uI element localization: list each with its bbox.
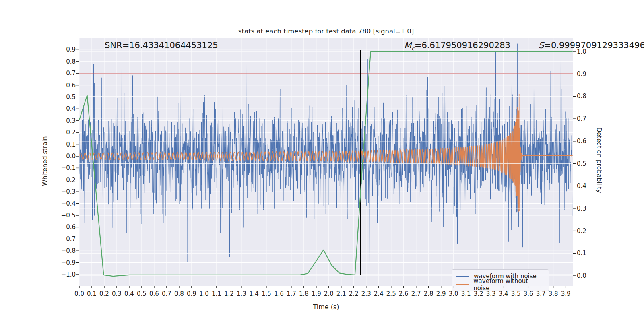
statistic-annotation: S=0.9999709129333496 xyxy=(539,41,644,50)
chirp-mass-annotation: Mc=6.617950916290283 xyxy=(404,41,510,52)
x-tick-label: 0.3 xyxy=(112,290,122,297)
right-tick-label: 1.0 xyxy=(577,48,586,55)
left-tick-label: −0.7 xyxy=(61,235,76,243)
x-tick-label: 2.7 xyxy=(411,290,421,297)
left-tick-label: −0.2 xyxy=(61,176,76,184)
right-axis-label: Detection probability xyxy=(595,128,603,193)
x-tick-label: 2.3 xyxy=(361,290,371,297)
x-tick-label: 1.1 xyxy=(212,290,221,297)
snr-text: SNR=16.43341064453125 xyxy=(105,41,218,50)
left-tick-label: 0.5 xyxy=(66,93,76,101)
chart-title: stats at each timestep for test data 780… xyxy=(79,27,573,35)
x-tick-label: 0.8 xyxy=(174,290,184,297)
x-tick-label: 0.5 xyxy=(137,290,147,297)
left-tick-label: −0.5 xyxy=(61,212,76,219)
x-tick-label: 1.4 xyxy=(249,290,259,297)
legend: waveform with noise waveform without noi… xyxy=(452,269,549,291)
x-tick-label: 1.0 xyxy=(199,290,209,297)
x-tick-label: 2.9 xyxy=(436,290,446,297)
x-tick-label: 1.7 xyxy=(287,290,296,297)
left-tick-label: −0.8 xyxy=(61,247,76,254)
x-tick-label: 0.7 xyxy=(162,290,171,297)
left-tick-label: −0.4 xyxy=(61,200,76,207)
left-tick-label: 0.8 xyxy=(66,58,76,65)
x-tick-label: 2.5 xyxy=(386,290,396,297)
right-tick-label: 0.6 xyxy=(577,138,586,145)
x-tick-label: 2.1 xyxy=(336,290,346,297)
right-tick-label: 0.1 xyxy=(577,250,586,257)
legend-line-sample-orange xyxy=(456,284,469,285)
left-tick-label: −0.9 xyxy=(61,259,76,266)
left-tick-label: 0.4 xyxy=(66,105,76,112)
left-tick-label: 0.7 xyxy=(66,70,76,77)
x-tick-label: 0.1 xyxy=(87,290,97,297)
right-tick-label: 0.8 xyxy=(577,93,586,100)
x-tick-label: 0.0 xyxy=(74,290,84,297)
left-tick-label: −0.1 xyxy=(61,164,76,171)
x-tick-label: 0.9 xyxy=(187,290,196,297)
left-tick-label: 0.0 xyxy=(66,153,76,160)
right-tick-label: 0.5 xyxy=(577,160,586,167)
mc-symbol: M xyxy=(404,41,411,50)
x-tick-label: 2.4 xyxy=(374,290,384,297)
right-tick-label: 0.2 xyxy=(577,227,586,235)
figure: stats at each timestep for test data 780… xyxy=(0,0,644,322)
left-tick-label: −0.3 xyxy=(61,188,76,195)
mc-value: =6.617950916290283 xyxy=(415,41,510,50)
mc-subscript: c xyxy=(411,45,415,52)
x-tick-label: 2.0 xyxy=(324,290,334,297)
x-tick-label: 1.3 xyxy=(237,290,246,297)
right-tick-label: 0.3 xyxy=(577,205,586,212)
x-tick-label: 1.5 xyxy=(262,290,271,297)
snr-annotation: SNR=16.43341064453125 xyxy=(105,41,218,50)
x-tick-label: 1.8 xyxy=(299,290,309,297)
x-tick-label: 2.8 xyxy=(424,290,433,297)
x-tick-label: 2.6 xyxy=(399,290,409,297)
x-tick-label: 1.6 xyxy=(274,290,284,297)
x-tick-label: 1.9 xyxy=(312,290,321,297)
x-tick-label: 1.2 xyxy=(224,290,234,297)
s-symbol: S xyxy=(539,41,544,50)
legend-line-sample-blue xyxy=(456,276,469,277)
right-tick-label: 0.0 xyxy=(577,272,586,279)
left-tick-label: 0.1 xyxy=(66,141,76,148)
x-tick-label: 0.4 xyxy=(124,290,134,297)
right-tick-label: 0.7 xyxy=(577,115,586,122)
s-value: =0.9999709129333496 xyxy=(544,41,644,50)
right-tick-label: 0.9 xyxy=(577,70,586,78)
right-tick-label: 0.4 xyxy=(577,182,586,190)
legend-label: waveform without noise xyxy=(473,277,545,292)
x-tick-label: 0.6 xyxy=(149,290,159,297)
left-tick-label: 0.6 xyxy=(66,82,76,89)
x-tick-label: 3.8 xyxy=(549,290,558,297)
x-tick-label: 3.9 xyxy=(561,290,571,297)
left-tick-label: 0.9 xyxy=(66,46,76,53)
left-axis-label: Whitened strain xyxy=(41,136,49,186)
left-tick-label: −1.0 xyxy=(61,271,76,278)
x-axis-label: Time (s) xyxy=(79,303,573,311)
left-tick-label: −0.6 xyxy=(61,223,76,231)
x-tick-label: 2.2 xyxy=(349,290,359,297)
left-tick-label: 0.2 xyxy=(66,129,76,136)
left-tick-label: 0.3 xyxy=(66,117,76,124)
x-tick-label: 0.2 xyxy=(99,290,109,297)
legend-item-clean: waveform without noise xyxy=(456,280,545,289)
